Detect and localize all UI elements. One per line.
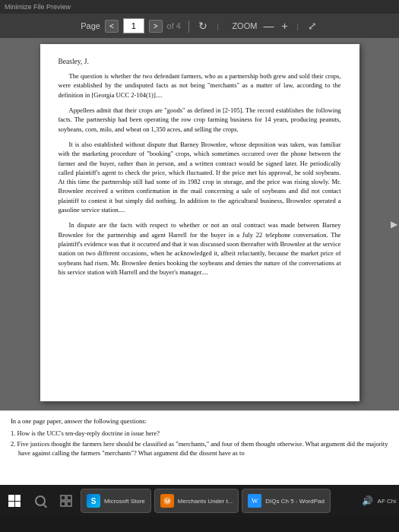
search-icon: [35, 496, 46, 506]
ms-store-label: Microsoft Store: [104, 498, 145, 505]
paragraph-4: In dispute are the facts with respect to…: [59, 220, 341, 277]
taskbar-right: 🔊 AF Chi: [362, 496, 396, 507]
nav-bar: Page < > of 4 | ↻ | ZOOM — + | ⤢: [0, 14, 399, 38]
document-page: Beasley, J. The question is whether the …: [40, 44, 359, 401]
ms-store-icon: S: [87, 494, 100, 508]
next-page-button[interactable]: >: [149, 20, 163, 33]
page-number-input[interactable]: [123, 18, 144, 33]
svg-rect-1: [67, 496, 71, 500]
wordpad-button[interactable]: W DIQs Ch 5 - WordPad: [242, 489, 331, 513]
paragraph-2: Appellees admit that their crops are "go…: [59, 106, 341, 134]
taskbar: S Microsoft Store M Merchants Under t...…: [0, 485, 399, 517]
paragraph-1: The question is whether the two defendan…: [59, 71, 341, 100]
questions-text: In a one page paper, answer the followin…: [11, 417, 388, 458]
expand-button[interactable]: ⤢: [306, 20, 318, 32]
minimize-preview-label[interactable]: Minimize File Preview: [5, 3, 71, 11]
user-label: AF Chi: [378, 498, 396, 505]
refresh-button[interactable]: ↻: [197, 20, 209, 32]
page-label: Page: [81, 21, 100, 30]
search-button[interactable]: [29, 489, 52, 512]
document-area: Beasley, J. The question is whether the …: [0, 38, 399, 410]
document-author: Beasley, J.: [59, 58, 341, 65]
questions-area: In a one page paper, answer the followin…: [0, 410, 399, 485]
total-pages-label: of 4: [167, 21, 181, 30]
wordpad-icon: W: [248, 494, 261, 508]
ms-store-button[interactable]: S Microsoft Store: [81, 489, 151, 513]
svg-rect-3: [67, 502, 71, 506]
orange-icon-glyph: M: [163, 496, 172, 505]
task-view-icon: [60, 495, 72, 507]
windows-icon: [8, 495, 21, 507]
paragraph-3: It is also established without dispute t…: [59, 140, 341, 215]
wordpad-label: DIQs Ch 5 - WordPad: [265, 498, 325, 505]
questions-intro: In a one page paper, answer the followin…: [11, 417, 388, 426]
top-bar: Minimize File Preview: [0, 0, 399, 14]
question-1: 1. How is the UCC's ten-day-reply doctri…: [11, 429, 388, 439]
merchants-app-icon: M: [160, 494, 174, 508]
scroll-right-indicator: ▶: [391, 219, 397, 230]
svg-text:M: M: [165, 498, 170, 505]
question-2: 2. Five justices thought the farmers her…: [11, 440, 388, 458]
windows-button[interactable]: [3, 489, 26, 512]
speaker-button[interactable]: 🔊: [362, 496, 373, 507]
prev-page-button[interactable]: <: [105, 20, 119, 33]
zoom-plus-button[interactable]: +: [280, 20, 289, 32]
task-view-button[interactable]: [55, 489, 78, 512]
merchants-app-button[interactable]: M Merchants Under t...: [154, 489, 239, 513]
merchants-app-label: Merchants Under t...: [178, 498, 233, 505]
zoom-label: ZOOM: [232, 21, 257, 30]
svg-rect-0: [61, 496, 65, 500]
svg-rect-2: [61, 502, 65, 506]
zoom-minus-button[interactable]: —: [261, 20, 275, 32]
